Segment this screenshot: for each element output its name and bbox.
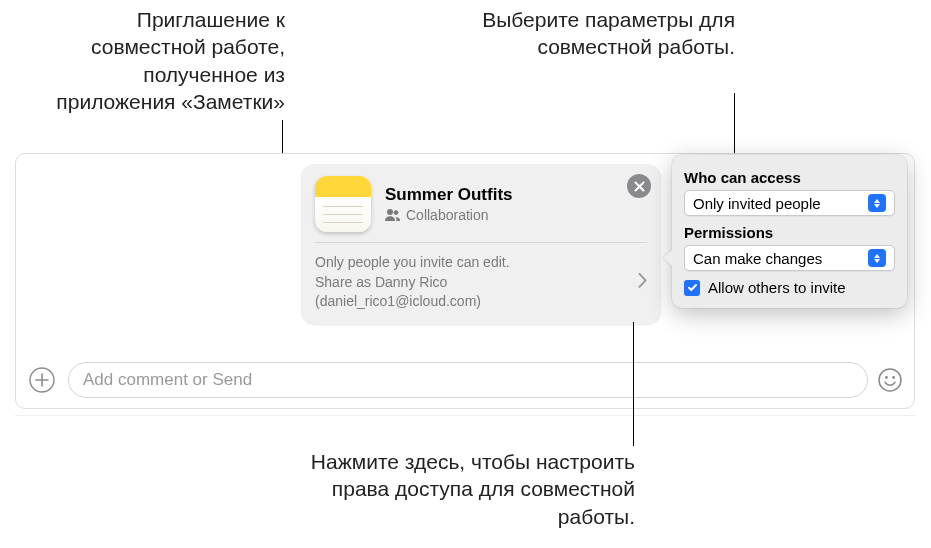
chevron-right-icon[interactable] (638, 271, 647, 296)
who-can-access-label: Who can access (684, 169, 895, 186)
card-title-block: Summer Outfits Collaboration (385, 185, 647, 223)
permissions-value: Can make changes (693, 250, 822, 267)
checkbox-checked-icon[interactable] (684, 280, 700, 296)
share-settings-summary[interactable]: Only people you invite can edit. Share a… (301, 243, 661, 324)
divider (15, 415, 916, 416)
svg-point-2 (885, 376, 888, 379)
collaboration-text: Collaboration (406, 207, 489, 223)
svg-point-3 (892, 376, 895, 379)
callout-configure-rights: Нажмите здесь, чтобы настроить права дос… (295, 448, 635, 530)
share-as-email: (daniel_rico1@icloud.com) (315, 292, 647, 312)
svg-point-1 (879, 369, 901, 391)
close-icon[interactable] (627, 174, 651, 198)
emoji-picker-icon[interactable] (878, 368, 902, 392)
people-icon (385, 209, 401, 221)
updown-arrows-icon (868, 194, 886, 212)
allow-others-label: Allow others to invite (708, 279, 846, 296)
note-title: Summer Outfits (385, 185, 647, 205)
message-input[interactable]: Add comment or Send (68, 362, 868, 398)
callout-line (633, 322, 634, 446)
share-as-label: Share as Danny Rico (315, 273, 647, 293)
permissions-label: Permissions (684, 224, 895, 241)
permission-summary: Only people you invite can edit. (315, 253, 647, 273)
share-options-popover: Who can access Only invited people Permi… (672, 155, 907, 308)
notes-app-icon (315, 176, 371, 232)
add-button[interactable] (28, 366, 56, 394)
collaboration-invitation-card[interactable]: Summer Outfits Collaboration Only people… (301, 164, 661, 324)
callout-line (734, 93, 735, 153)
card-header: Summer Outfits Collaboration (301, 164, 661, 242)
permissions-select[interactable]: Can make changes (684, 245, 895, 271)
compose-bar: Add comment or Send (16, 354, 914, 408)
updown-arrows-icon (868, 249, 886, 267)
collaboration-label: Collaboration (385, 207, 647, 223)
callout-invitation: Приглашение к совместной работе, получен… (45, 6, 285, 115)
who-can-access-select[interactable]: Only invited people (684, 190, 895, 216)
allow-others-checkbox-row[interactable]: Allow others to invite (684, 279, 895, 296)
who-can-access-value: Only invited people (693, 195, 821, 212)
callout-params: Выберите параметры для совместной работы… (365, 6, 735, 61)
